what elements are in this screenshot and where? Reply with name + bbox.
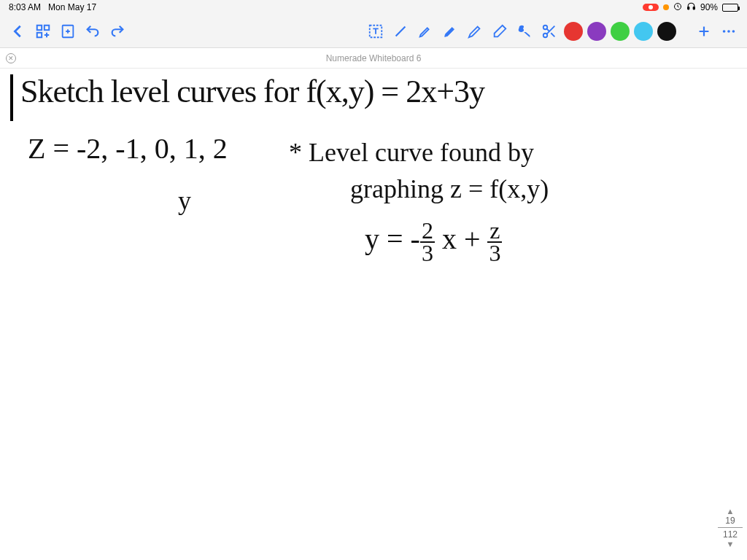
color-red[interactable]	[564, 22, 583, 41]
page-up-button[interactable]: ▲	[718, 507, 743, 516]
svg-rect-5	[37, 32, 42, 36]
status-time: 8:03 AM	[9, 2, 41, 12]
pen-medium-tool[interactable]	[439, 20, 461, 42]
handwriting-line-5: y = -23 x + z3	[365, 220, 502, 264]
color-green[interactable]	[611, 22, 630, 41]
handwriting-y-label: y	[178, 185, 191, 216]
text-cursor	[10, 74, 13, 121]
svg-point-10	[723, 30, 726, 33]
scissors-tool[interactable]	[538, 20, 560, 42]
color-cyan[interactable]	[634, 22, 653, 41]
lasso-tool[interactable]	[514, 20, 535, 42]
svg-rect-4	[44, 25, 49, 29]
redo-button[interactable]	[107, 20, 128, 42]
page-down-button[interactable]: ▼	[718, 540, 743, 548]
color-purple[interactable]	[587, 22, 606, 41]
svg-rect-3	[37, 25, 42, 29]
line-tool[interactable]	[390, 20, 411, 42]
status-bar: 8:03 AM Mon May 17 90%	[0, 0, 747, 15]
eraser-tool[interactable]	[489, 20, 511, 42]
highlighter-tool[interactable]	[464, 20, 486, 42]
whiteboard-canvas[interactable]: Sketch level curves for f(x,y) = 2x+3y Z…	[0, 69, 747, 560]
add-page-button[interactable]	[57, 20, 79, 42]
pen-thin-tool[interactable]	[414, 20, 436, 42]
svg-point-11	[727, 30, 730, 33]
svg-rect-1	[688, 7, 689, 9]
page-current: 19	[718, 516, 743, 526]
page-indicator: ▲ 19 112 ▼	[718, 507, 743, 548]
handwriting-line-4: graphing z = f(x,y)	[350, 174, 549, 204]
text-tool[interactable]	[365, 20, 387, 42]
back-button[interactable]	[7, 20, 29, 42]
recording-indicator[interactable]	[643, 4, 659, 11]
thumbnails-button[interactable]	[32, 20, 54, 42]
battery-percent: 90%	[700, 2, 718, 12]
add-tool[interactable]	[693, 20, 715, 42]
svg-point-9	[543, 33, 548, 37]
toolbar	[0, 15, 747, 48]
rotation-lock-icon	[673, 2, 682, 13]
battery-icon	[722, 4, 738, 12]
mic-indicator-icon	[663, 4, 669, 10]
headphones-icon	[686, 1, 696, 13]
svg-point-8	[543, 25, 548, 29]
color-black[interactable]	[657, 22, 676, 41]
close-button[interactable]: ✕	[6, 53, 16, 63]
handwriting-line-2: Z = -2, -1, 0, 1, 2	[28, 131, 228, 166]
handwriting-line-3: * Level curve found by	[289, 137, 534, 168]
svg-rect-2	[693, 7, 694, 9]
status-date: Mon May 17	[48, 2, 96, 12]
page-total: 112	[718, 529, 743, 540]
handwriting-line-1: Sketch level curves for f(x,y) = 2x+3y	[20, 73, 484, 110]
more-button[interactable]	[718, 20, 740, 42]
svg-point-12	[732, 30, 735, 33]
document-title: Numerade Whiteboard 6	[326, 53, 422, 63]
title-bar: ✕ Numerade Whiteboard 6	[0, 48, 747, 69]
undo-button[interactable]	[82, 20, 104, 42]
